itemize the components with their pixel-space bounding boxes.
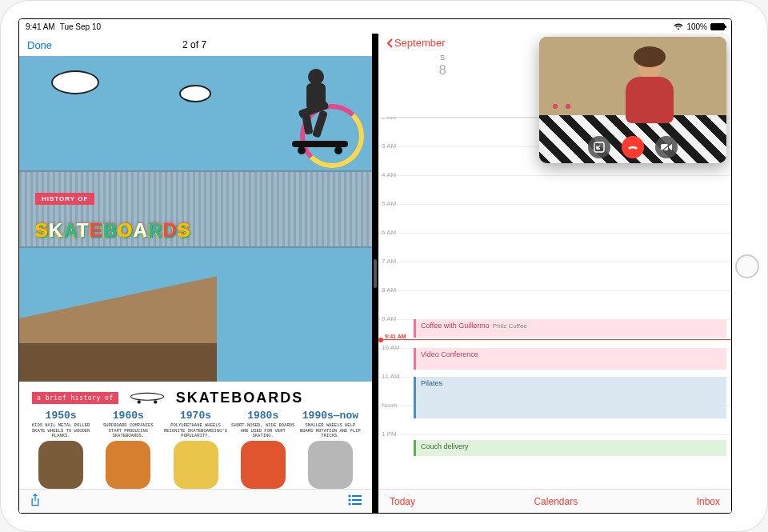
calendars-button[interactable]: Calendars [534, 496, 578, 507]
back-month-label: September [394, 37, 446, 49]
decade-row: 1950sKids nail metal roller skate wheels… [19, 406, 372, 439]
calendar-event[interactable]: Couch delivery [414, 440, 726, 456]
hour-row: 8 AM [378, 290, 731, 319]
board-thumb [174, 441, 218, 489]
status-date: Tue Sep 10 [60, 22, 101, 31]
svg-point-6 [298, 146, 306, 154]
svg-point-15 [348, 502, 350, 505]
calendar-event[interactable]: Video Conference [414, 348, 726, 370]
calendar-event[interactable]: Pilates [414, 377, 726, 418]
calendar-event[interactable]: Coffee with GuillermoPhilz Coffee [414, 319, 726, 338]
svg-point-13 [348, 498, 350, 501]
hour-label: 4 AM [382, 171, 396, 178]
event-title: Pilates [421, 379, 442, 387]
hour-label: 1 PM [382, 430, 397, 438]
hour-label: 7 AM [382, 258, 396, 265]
pip-controls [539, 136, 726, 158]
photos-viewer-pane: Done 2 of 7 HISTORY OF [19, 34, 372, 513]
current-time-indicator: 9:41 AM [382, 339, 731, 340]
svg-point-8 [130, 393, 163, 400]
hour-row: 7 AM [378, 262, 731, 290]
board-thumb [308, 441, 353, 489]
svg-point-10 [154, 400, 157, 403]
brief-history-tag: a brief history of [32, 392, 118, 404]
cloud-illustration [51, 70, 99, 94]
end-call-button[interactable] [622, 136, 644, 158]
hour-label: 10 AM [382, 344, 400, 351]
hour-label: 8 AM [382, 286, 396, 294]
hour-row: 5 AM [378, 204, 731, 233]
status-bar: 9:41 AM Tue Sep 10 100% [19, 19, 731, 34]
infographic-strip: a brief history of SKATEBOARDS 1950sKids… [19, 382, 372, 489]
calendar-footer: Today Calendars Inbox [378, 489, 731, 513]
viewer-bottombar [19, 489, 372, 513]
hour-label: 5 AM [382, 200, 396, 207]
svg-point-9 [137, 400, 140, 403]
weekday-col[interactable]: S 8 [386, 54, 498, 117]
status-time: 9:41 AM [26, 22, 55, 31]
event-subtitle: Philz Coffee [493, 322, 527, 330]
viewer-topbar: Done 2 of 7 [19, 34, 372, 56]
history-of-label: HISTORY OF [35, 193, 94, 205]
viewer-image[interactable]: HISTORY OF SKATEBOARDS [19, 56, 372, 382]
split-view: Done 2 of 7 HISTORY OF [19, 34, 731, 513]
hour-label: 3 AM [382, 142, 396, 150]
battery-icon [710, 23, 725, 30]
page-counter: 2 of 7 [52, 39, 337, 50]
svg-rect-3 [312, 110, 328, 138]
hour-label: 6 AM [382, 229, 396, 236]
calendar-body[interactable]: 2 AM3 AM4 AM5 AM6 AM7 AM8 AM9 AM10 AM11 … [378, 118, 731, 489]
svg-rect-16 [352, 503, 362, 505]
today-button[interactable]: Today [390, 496, 415, 507]
pip-minimize-button[interactable] [588, 136, 610, 158]
hour-label: 11 AM [382, 373, 400, 380]
svg-point-0 [308, 69, 324, 85]
event-title: Couch delivery [421, 442, 469, 450]
hour-label: Noon [382, 402, 397, 409]
done-button[interactable]: Done [27, 39, 52, 51]
skateboard-icon [130, 391, 165, 406]
list-button[interactable] [348, 494, 362, 509]
wifi-icon [674, 23, 683, 30]
battery-percent: 100% [686, 22, 707, 31]
svg-rect-12 [352, 495, 362, 497]
inbox-button[interactable]: Inbox [697, 496, 720, 507]
caller-illustration [626, 50, 674, 123]
hour-row: 4 AM [378, 175, 731, 204]
share-button[interactable] [29, 493, 42, 510]
cloud-illustration [179, 85, 211, 102]
home-button[interactable] [735, 254, 759, 278]
decade-item: 1970sPolyurethane wheels reignite skateb… [164, 410, 228, 439]
ipad-device-frame: 9:41 AM Tue Sep 10 100% Done 2 of 7 [0, 0, 768, 532]
calendar-pane: September S 8 M 9 T 10 [378, 34, 731, 513]
svg-rect-5 [292, 141, 348, 147]
svg-point-11 [348, 494, 350, 497]
board-thumb [38, 441, 83, 489]
svg-point-7 [334, 146, 342, 154]
brief-title: SKATEBOARDS [176, 390, 304, 406]
board-thumbnails [19, 439, 372, 489]
event-title: Coffee with Guillermo [421, 322, 490, 330]
split-view-divider[interactable] [372, 34, 378, 513]
hour-label: 2 AM [382, 118, 396, 121]
board-thumb [241, 441, 286, 489]
decade-item: 1950sKids nail metal roller skate wheels… [29, 410, 93, 439]
screen: 9:41 AM Tue Sep 10 100% Done 2 of 7 [18, 18, 732, 514]
decade-item: 1990s—nowSmaller wheels help board rotat… [298, 410, 362, 439]
skateboards-title: SKATEBOARDS [35, 219, 191, 242]
facetime-pip[interactable] [539, 37, 726, 163]
decade-item: 1980sShort-nosed, wide boards are used f… [231, 410, 295, 439]
svg-rect-17 [594, 142, 604, 152]
board-thumb [106, 441, 150, 489]
event-title: Video Conference [421, 350, 478, 358]
decade-item: 1960sSurfboard companies start producing… [96, 410, 160, 439]
hour-label: 9 AM [382, 315, 396, 322]
skater-illustration [260, 62, 356, 166]
svg-rect-14 [352, 499, 362, 501]
hour-row: 6 AM [378, 233, 731, 262]
mute-video-button[interactable] [655, 136, 678, 158]
